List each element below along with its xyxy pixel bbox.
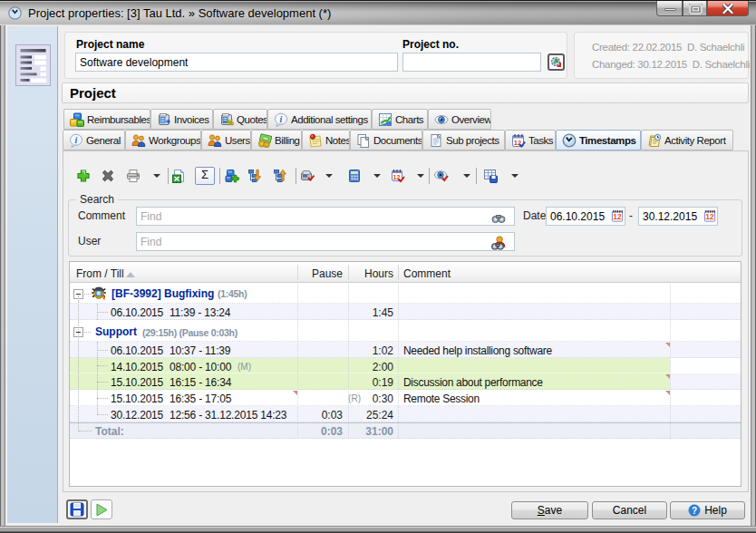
svg-text:i: i [280,114,283,124]
svg-text:12: 12 [613,212,622,221]
svg-text:?: ? [692,506,697,516]
svg-text:%: % [227,118,234,127]
svg-text:12: 12 [705,212,714,221]
svg-text:i: i [75,135,78,145]
